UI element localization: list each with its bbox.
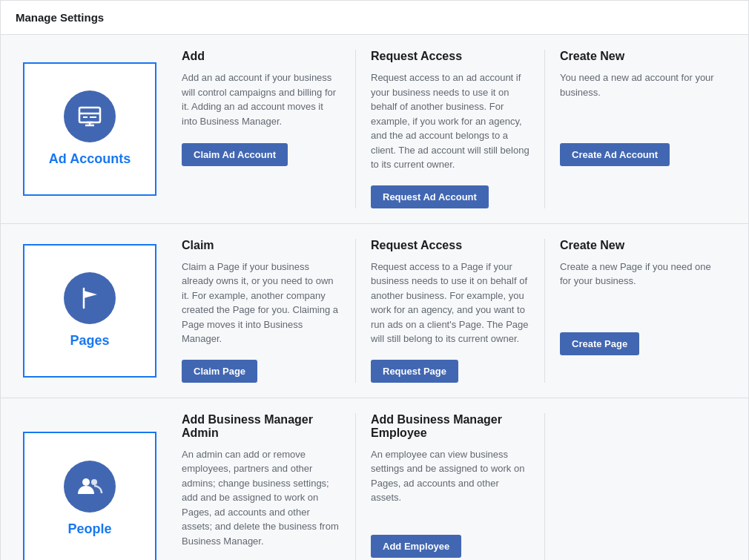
people-admin-desc: An admin can add or remove employees, pa… <box>182 447 340 549</box>
pages-create-title: Create New <box>560 239 719 252</box>
request-ad-account-button[interactable]: Request Ad Account <box>371 185 489 208</box>
create-ad-account-button[interactable]: Create Ad Account <box>560 143 670 166</box>
pages-request-col: Request Access Request access to a Page … <box>355 239 544 383</box>
pages-claim-title: Claim <box>182 239 340 252</box>
pages-request-title: Request Access <box>371 239 529 252</box>
page-wrapper: Manage Settings Ad Accounts <box>0 0 749 560</box>
people-employee-col: Add Business Manager Employee An employe… <box>355 413 544 561</box>
page-title: Manage Settings <box>16 11 104 24</box>
ad-accounts-icon-circle <box>64 90 116 142</box>
people-empty-col <box>544 413 733 561</box>
ad-accounts-request-desc: Request access to an ad account if your … <box>371 70 529 172</box>
ad-accounts-icon-box: Ad Accounts <box>23 62 156 196</box>
claim-page-button[interactable]: Claim Page <box>182 360 257 383</box>
ad-accounts-request-title: Request Access <box>371 50 529 63</box>
svg-point-9 <box>91 479 97 485</box>
ad-accounts-add-col: Add Add an ad account if your business w… <box>164 50 355 208</box>
people-icon-col: People <box>16 413 164 561</box>
people-admin-col: Add Business Manager Admin An admin can … <box>164 413 355 561</box>
request-page-button[interactable]: Request Page <box>371 360 458 383</box>
pages-claim-col: Claim Claim a Page if your business alre… <box>164 239 355 383</box>
add-employee-button[interactable]: Add Employee <box>371 535 461 558</box>
ad-accounts-add-desc: Add an ad account if your business will … <box>182 70 340 130</box>
ad-accounts-section: Ad Accounts Add Add an ad account if you… <box>1 35 748 224</box>
pages-section: Pages Claim Claim a Page if your busines… <box>1 224 748 398</box>
claim-ad-account-button[interactable]: Claim Ad Account <box>182 143 288 166</box>
ad-accounts-icon <box>76 103 103 130</box>
people-icon <box>76 473 103 500</box>
people-admin-title: Add Business Manager Admin <box>182 413 340 440</box>
people-icon-box: People <box>23 432 156 560</box>
pages-content: Claim Claim a Page if your business alre… <box>164 239 733 383</box>
ad-accounts-content: Add Add an ad account if your business w… <box>164 50 733 208</box>
pages-create-col: Create New Create a new Page if you need… <box>544 239 733 383</box>
ad-accounts-create-col: Create New You need a new ad account for… <box>544 50 733 208</box>
people-employee-title: Add Business Manager Employee <box>371 413 529 440</box>
create-page-button[interactable]: Create Page <box>560 332 639 355</box>
pages-label: Pages <box>70 333 109 349</box>
people-label: People <box>67 521 111 537</box>
ad-accounts-add-title: Add <box>182 50 340 63</box>
ad-accounts-icon-col: Ad Accounts <box>16 50 164 208</box>
ad-accounts-label: Ad Accounts <box>49 151 131 167</box>
ad-accounts-create-title: Create New <box>560 50 719 63</box>
people-section: People Add Business Manager Admin An adm… <box>1 398 748 561</box>
pages-claim-desc: Claim a Page if your business already ow… <box>182 260 340 346</box>
svg-rect-0 <box>79 108 100 122</box>
pages-icon <box>76 285 103 312</box>
pages-request-desc: Request access to a Page if your busines… <box>371 260 529 346</box>
pages-create-desc: Create a new Page if you need one for yo… <box>560 260 719 319</box>
page-header: Manage Settings <box>1 1 748 35</box>
ad-accounts-create-desc: You need a new ad account for your busin… <box>560 70 719 130</box>
people-content: Add Business Manager Admin An admin can … <box>164 413 733 561</box>
pages-icon-box: Pages <box>23 244 156 378</box>
pages-icon-col: Pages <box>16 239 164 383</box>
people-icon-circle <box>64 461 116 513</box>
ad-accounts-request-col: Request Access Request access to an ad a… <box>355 50 544 208</box>
svg-point-8 <box>82 478 90 486</box>
people-employee-desc: An employee can view business settings a… <box>371 447 529 521</box>
pages-icon-circle <box>64 272 116 324</box>
